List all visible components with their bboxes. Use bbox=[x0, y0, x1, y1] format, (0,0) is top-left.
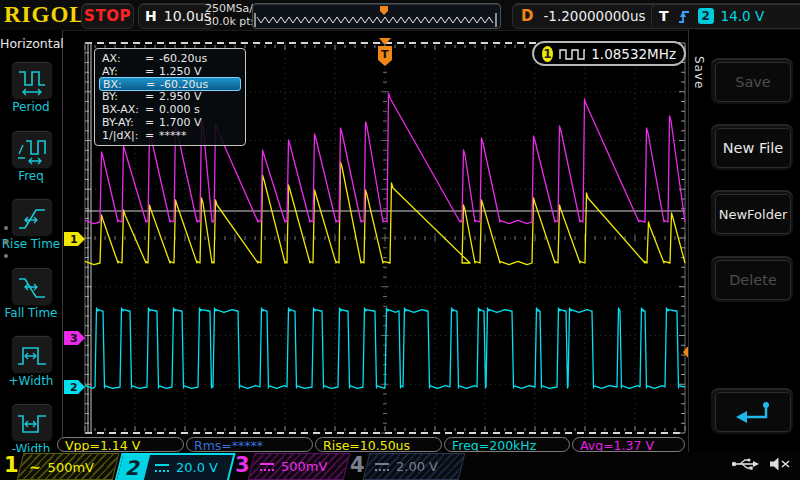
rising-edge-icon bbox=[676, 7, 691, 25]
cursor-row: AX:=-60.20us bbox=[99, 52, 241, 65]
period-icon bbox=[15, 66, 49, 96]
delay-value: -1.20000000us bbox=[543, 8, 645, 24]
menu-item-fall-time-label: Fall Time bbox=[0, 306, 62, 320]
pos-width-icon bbox=[15, 340, 49, 370]
svg-text:T: T bbox=[381, 48, 389, 61]
channel-3-scale: 500mV bbox=[281, 459, 327, 474]
measure-box[interactable]: Rms=***** bbox=[186, 437, 313, 452]
timebase-value: 10.0us bbox=[164, 8, 211, 24]
cursor-row: BX-AX:=0.000 s bbox=[99, 103, 241, 116]
waveform-preview-bar[interactable] bbox=[252, 3, 501, 29]
dc-coupling-icon bbox=[260, 462, 274, 471]
menu-item-rise-time-label: Rise Time bbox=[0, 237, 62, 251]
menu-item-period-label: Period bbox=[0, 100, 62, 114]
softkey-new-folder[interactable]: NewFolder bbox=[711, 190, 793, 236]
rise-time-icon bbox=[15, 203, 49, 233]
channel-4-status[interactable]: 2.00 V bbox=[363, 453, 466, 480]
softkey-return[interactable] bbox=[711, 388, 793, 434]
menu-item-period[interactable] bbox=[11, 61, 53, 100]
return-arrow-icon bbox=[733, 399, 773, 425]
channel-4-scale: 2.00 V bbox=[396, 459, 438, 474]
channel-status-bar: 1 ~ 500mV 2 20.0 V 3 500mV 4 bbox=[0, 452, 800, 480]
counter-frequency-value: 1.08532MHz bbox=[591, 46, 676, 62]
dc-coupling-icon bbox=[375, 462, 389, 471]
menu-item-freq-label: Freq bbox=[0, 169, 62, 183]
menu-item-freq[interactable] bbox=[11, 130, 53, 169]
measure-box[interactable]: Vpp=1.14 V bbox=[57, 437, 184, 452]
measure-box[interactable]: Rise=10.50us bbox=[315, 437, 442, 452]
h-label: H bbox=[145, 8, 157, 24]
oscilloscope-screen: RIGOL STOP H 10.0us 250MSa/s 30.0k pts D… bbox=[0, 0, 800, 480]
stop-label: STOP bbox=[84, 7, 131, 25]
dc-coupling-icon bbox=[155, 463, 169, 472]
menu-page-dots bbox=[4, 226, 8, 258]
acquisition-info: 250MSa/s 30.0k pts bbox=[205, 2, 259, 28]
frequency-counter-badge: 1 1.08532MHz bbox=[532, 41, 686, 66]
trigger-source-badge: 2 bbox=[698, 8, 714, 24]
channel-1-status[interactable]: ~ 500mV bbox=[17, 453, 120, 480]
trigger-box[interactable]: T 2 14.0 V bbox=[651, 3, 800, 29]
menu-item-pos-width-label: +Width bbox=[0, 374, 62, 388]
channel-1-scale: 500mV bbox=[48, 459, 94, 474]
menu-item-rise-time[interactable] bbox=[11, 198, 53, 237]
cursor-row: BY:=2.950 V bbox=[99, 90, 241, 103]
status-icons bbox=[731, 456, 792, 472]
channel-3-number: 3 bbox=[235, 452, 250, 478]
channel-2-status[interactable]: 2 20.0 V bbox=[114, 453, 235, 480]
menu-item-neg-width[interactable] bbox=[11, 403, 53, 442]
svg-text:3: 3 bbox=[70, 332, 78, 345]
delay-box[interactable]: D -1.20000000us bbox=[512, 3, 661, 29]
sample-rate: 250MSa/s bbox=[205, 2, 259, 15]
save-softkey-menu: Save Save New File NewFolder Delete bbox=[688, 30, 800, 452]
measure-box[interactable]: Avg=1.37 V bbox=[572, 437, 685, 452]
rigol-logo: RIGOL bbox=[4, 2, 86, 28]
status-bar: RIGOL STOP H 10.0us 250MSa/s 30.0k pts D… bbox=[0, 0, 800, 31]
preview-waveform-icon bbox=[253, 5, 498, 27]
ac-coupling-icon: ~ bbox=[29, 459, 41, 475]
horizontal-scale-box[interactable]: H 10.0us bbox=[138, 3, 214, 29]
delay-label: D bbox=[521, 7, 533, 25]
memory-depth: 30.0k pts bbox=[205, 15, 259, 28]
usb-icon bbox=[731, 456, 759, 472]
cursor-row: AY:=1.250 V bbox=[99, 65, 241, 78]
square-wave-icon bbox=[559, 47, 585, 61]
cursor-row: 1/|dX|:=***** bbox=[99, 129, 241, 142]
neg-width-icon bbox=[15, 408, 49, 438]
trigger-label: T bbox=[659, 8, 669, 24]
freq-icon bbox=[15, 135, 49, 165]
counter-channel-badge: 1 bbox=[542, 46, 553, 62]
fall-time-icon bbox=[15, 272, 49, 302]
speaker-muted-icon[interactable] bbox=[768, 456, 792, 472]
trigger-level-value: 14.0 V bbox=[721, 8, 765, 24]
horizontal-measure-menu: Horizontal Period Freq Rise Time bbox=[0, 30, 63, 452]
menu-title: Horizontal bbox=[0, 36, 62, 51]
cursor-row-selected[interactable]: BX:=-60.20us bbox=[99, 77, 241, 91]
softkey-delete[interactable]: Delete bbox=[711, 256, 793, 302]
channel-2-number: 2 bbox=[117, 455, 150, 480]
channel-1-number: 1 bbox=[4, 452, 19, 478]
cursor-measurement-panel: AX:=-60.20us AY:=1.250 V BX:=-60.20us BY… bbox=[94, 48, 246, 146]
svg-text:1: 1 bbox=[70, 233, 78, 246]
softkey-save[interactable]: Save bbox=[711, 58, 793, 104]
cursor-row: BY-AY:=1.700 V bbox=[99, 116, 241, 129]
run-stop-indicator[interactable]: STOP bbox=[81, 3, 134, 29]
channel-2-scale: 20.0 V bbox=[176, 460, 218, 475]
channel-3-status[interactable]: 500mV bbox=[248, 453, 351, 480]
channel-4-number: 4 bbox=[350, 452, 365, 478]
menu-item-pos-width[interactable] bbox=[11, 335, 53, 374]
menu-tab-save: Save bbox=[692, 56, 706, 89]
softkey-new-file[interactable]: New File bbox=[711, 124, 793, 170]
svg-text:2: 2 bbox=[70, 381, 78, 394]
menu-item-fall-time[interactable] bbox=[11, 267, 53, 306]
measure-box[interactable]: Freq=200kHz bbox=[444, 437, 570, 452]
